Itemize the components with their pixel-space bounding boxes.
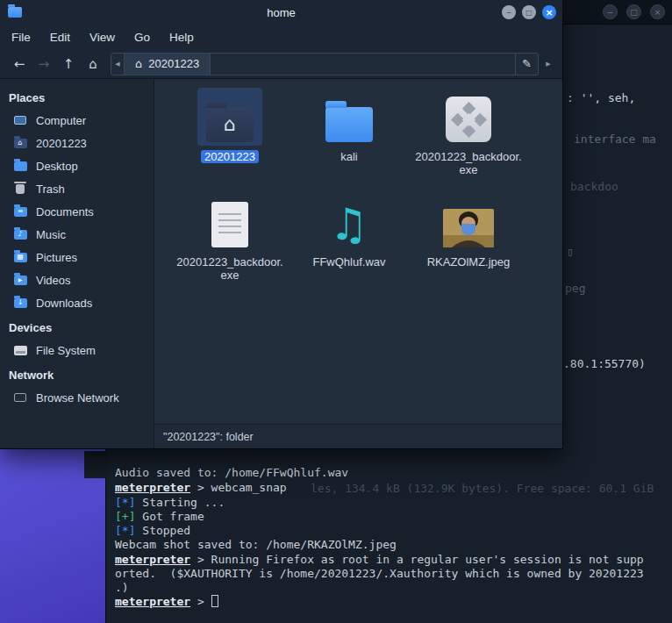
menu-item-go[interactable]: Go xyxy=(125,27,160,47)
home-icon: ⌂ xyxy=(135,57,142,70)
path-scroll-left-button[interactable]: ◀ xyxy=(111,54,125,75)
menu-item-file[interactable]: File xyxy=(2,27,40,47)
terminal-line: [*] Starting ... xyxy=(115,496,225,509)
network-icon xyxy=(11,390,29,405)
file-list-area[interactable]: ⌂ 20201223 kali 20201223_backdoor.exe 20… xyxy=(154,79,562,448)
sidebar-header-network: Network xyxy=(0,362,154,386)
terminal-ghost-text: les, 134.4 kB (132.9K bytes). Free space… xyxy=(311,482,654,495)
file-label: 20201223_backdoor.exe xyxy=(176,255,283,282)
maximize-icon: □ xyxy=(630,8,638,17)
terminal-maximize-button[interactable]: □ xyxy=(626,4,641,19)
computer-icon xyxy=(11,113,29,127)
file-item-20201223-folder[interactable]: ⌂ 20201223 xyxy=(174,88,286,193)
file-label: 20201223_backdoor.exe xyxy=(415,150,522,176)
edit-path-button[interactable]: ✎ xyxy=(515,54,538,75)
forward-button[interactable]: → xyxy=(32,54,56,75)
file-label: kali xyxy=(340,150,358,163)
sidebar-item-desktop[interactable]: Desktop xyxy=(0,154,154,177)
menu-item-view[interactable]: View xyxy=(80,27,125,47)
pencil-icon: ✎ xyxy=(522,57,532,70)
terminal-line: meterpreter > xyxy=(115,595,218,608)
minimize-icon: − xyxy=(607,8,614,17)
path-scroll-right-button[interactable]: ▶ xyxy=(541,53,555,75)
sidebar-item-computer[interactable]: Computer xyxy=(0,109,154,132)
breadcrumb-label: 20201223 xyxy=(148,57,199,70)
window-title: home xyxy=(0,6,562,19)
toolbar: ← → ↑ ⌂ ◀ ⌂ 20201223 ✎ ▶ xyxy=(0,49,562,79)
sidebar-item-file-system[interactable]: File System xyxy=(0,339,154,362)
trash-icon xyxy=(11,182,29,196)
documents-folder-icon xyxy=(11,204,29,218)
document-icon xyxy=(211,202,248,247)
terminal-text-fragment: ▯ xyxy=(567,245,574,258)
sidebar-item-20201223[interactable]: 20201223 xyxy=(0,132,154,154)
audio-note-icon: ♫ xyxy=(330,202,369,247)
terminal-text-fragment: peg xyxy=(565,282,585,295)
home-folder-icon xyxy=(11,136,29,150)
sidebar-header-places: Places xyxy=(0,84,154,109)
drive-icon xyxy=(11,343,29,357)
executable-icon xyxy=(446,97,491,142)
path-bar[interactable]: ◀ ⌂ 20201223 ✎ xyxy=(111,53,539,75)
breadcrumb-current[interactable]: ⌂ 20201223 xyxy=(125,54,211,75)
terminal-text-fragment: : '', seh, xyxy=(567,91,635,104)
meterpreter-prompt: meterpreter xyxy=(115,595,190,608)
terminal-text-fragment: backdoo xyxy=(570,180,618,193)
sidebar-item-downloads[interactable]: Downloads xyxy=(0,291,154,314)
terminal-line: meterpreter > webcam_snap xyxy=(115,481,287,494)
sidebar: Places Computer 20201223 Desktop Trash D… xyxy=(0,79,154,448)
maximize-icon: □ xyxy=(525,9,533,17)
file-label: RKAZOlMZ.jpeg xyxy=(427,255,511,269)
up-button[interactable]: ↑ xyxy=(56,54,81,75)
minimize-button[interactable]: − xyxy=(502,5,516,19)
terminal-text-fragment: .80.1:55770) xyxy=(563,357,646,370)
sidebar-item-videos[interactable]: Videos xyxy=(0,269,154,291)
back-icon: ← xyxy=(14,56,25,72)
terminal-line: Audio saved to: /home/FFwQhluf.wav xyxy=(115,466,348,479)
terminal-line: meterpreter > Running Firefox as root in… xyxy=(115,553,644,566)
terminal-close-button[interactable]: × xyxy=(650,4,665,19)
file-item-backdoor-exe[interactable]: 20201223_backdoor.exe xyxy=(412,88,525,193)
maximize-button[interactable]: □ xyxy=(522,5,536,19)
sidebar-item-pictures[interactable]: Pictures xyxy=(0,246,154,269)
window-shadow-fragment xyxy=(84,451,108,478)
folder-window-icon xyxy=(8,7,22,18)
folder-icon xyxy=(11,159,29,173)
file-item-wav[interactable]: ♫ FFwQhluf.wav xyxy=(293,193,405,298)
meterpreter-prompt: meterpreter xyxy=(115,481,190,494)
menu-item-edit[interactable]: Edit xyxy=(40,27,80,47)
file-item-kali-folder[interactable]: kali xyxy=(293,88,405,193)
file-manager-window: home − □ × File Edit View Go Help ← → ↑ … xyxy=(0,0,562,448)
terminal-line: [*] Stopped xyxy=(115,524,190,537)
forward-icon: → xyxy=(39,56,50,72)
file-item-jpeg[interactable]: RKAZOlMZ.jpeg xyxy=(412,193,525,298)
file-manager-titlebar[interactable]: home − □ × xyxy=(0,0,562,25)
status-bar: "20201223": folder xyxy=(154,424,562,448)
file-label: FFwQhluf.wav xyxy=(312,255,385,269)
terminal-line: [+] Got frame xyxy=(115,510,204,523)
chevron-left-icon: ◀ xyxy=(115,61,119,68)
close-icon: × xyxy=(654,8,661,17)
pictures-folder-icon xyxy=(11,250,29,264)
downloads-folder-icon xyxy=(11,296,29,310)
menu-bar: File Edit View Go Help xyxy=(0,25,562,49)
meterpreter-prompt: meterpreter xyxy=(115,553,190,566)
terminal-line: .) xyxy=(115,581,129,594)
back-button[interactable]: ← xyxy=(7,54,32,75)
terminal-line: orted. ($XAUTHORITY is /home/20201223/.X… xyxy=(115,567,644,580)
menu-item-help[interactable]: Help xyxy=(160,27,204,47)
sidebar-item-documents[interactable]: Documents xyxy=(0,200,154,223)
minimize-icon: − xyxy=(506,9,512,17)
close-button[interactable]: × xyxy=(542,5,556,19)
sidebar-item-music[interactable]: Music xyxy=(0,223,154,246)
terminal-minimize-button[interactable]: − xyxy=(603,4,618,19)
sidebar-item-trash[interactable]: Trash xyxy=(0,177,154,200)
home-button[interactable]: ⌂ xyxy=(81,54,105,75)
home-folder-icon: ⌂ xyxy=(206,107,254,142)
desktop: − □ × : '', seh, interface ma backdoo ▯ … xyxy=(0,0,672,623)
status-text: "20201223": folder xyxy=(163,431,254,443)
file-item-backdoor-exe-document[interactable]: 20201223_backdoor.exe xyxy=(174,193,286,298)
sidebar-item-browse-network[interactable]: Browse Network xyxy=(0,386,154,409)
chevron-right-icon: ▶ xyxy=(546,61,550,68)
folder-icon xyxy=(325,107,373,142)
